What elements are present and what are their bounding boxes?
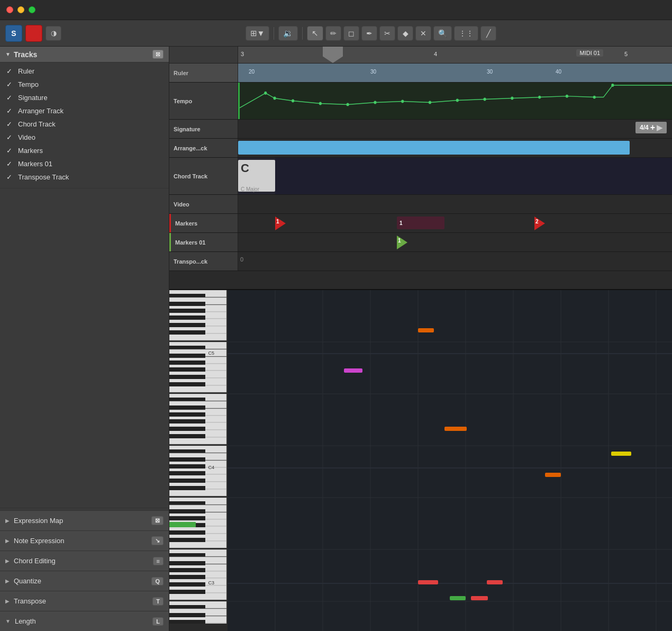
ruler-num-20: 20 xyxy=(249,69,255,75)
expression-map-section[interactable]: ▶ Expression Map ⊠ xyxy=(0,510,169,530)
transpose-track-label: Transpo...ck xyxy=(169,252,238,271)
piano-keys: C5 C4 C3 xyxy=(169,290,228,631)
ruler-num-30b: 30 xyxy=(487,69,493,75)
piano-keys-svg: C5 C4 C3 xyxy=(169,290,228,624)
snap-button[interactable]: ⊞▼ xyxy=(246,26,270,41)
quantize-label: Quantize xyxy=(14,577,41,585)
glue-tool[interactable]: ◆ xyxy=(397,26,413,41)
ruler-track-row: Ruler 20 30 30 40 xyxy=(169,64,672,83)
note-11[interactable] xyxy=(487,580,503,584)
close-button[interactable] xyxy=(6,6,13,13)
pen-tool[interactable]: ✒ xyxy=(361,26,377,41)
svg-rect-28 xyxy=(169,290,228,624)
chord-track-row: Chord Track C C Major xyxy=(169,158,672,195)
transpose-track-row: Transpo...ck 0 xyxy=(169,252,672,271)
markers01-track-label: Markers 01 xyxy=(169,233,238,251)
maximize-button[interactable] xyxy=(29,6,35,13)
toolbar: S ◑ ⊞▼ 🔉 ↖ ✏ ◻ ✒ ✂ ◆ ✕ 🔍 ⋮⋮ ╱ xyxy=(0,20,672,47)
check-markers: ✓ xyxy=(6,147,14,155)
ruler-mark-3: 3 xyxy=(241,51,244,57)
c5-label: C5 xyxy=(208,350,214,356)
signature-badge: 4/4 + ▶ xyxy=(635,122,667,133)
transpose-section[interactable]: ▶ Transpose T xyxy=(0,591,169,611)
note-2[interactable] xyxy=(344,368,362,373)
signature-track-label: Signature xyxy=(169,120,238,138)
marker-block-1[interactable]: 1 xyxy=(397,217,444,229)
track-item-ruler[interactable]: ✓ Ruler xyxy=(0,65,169,78)
history-button[interactable]: ◑ xyxy=(46,26,61,41)
transpose-label: Transpose xyxy=(14,597,46,605)
track-item-tempo[interactable]: ✓ Tempo xyxy=(0,78,169,91)
note-4[interactable] xyxy=(611,452,631,456)
note-5[interactable] xyxy=(545,473,561,477)
c3-label: C3 xyxy=(208,580,214,585)
ruler-mark-5: 5 xyxy=(624,51,628,57)
tempo-track-row: Tempo xyxy=(169,83,672,120)
track-arrangement-area: 3 4 5 MIDI 01 Ruler 20 30 30 40 xyxy=(169,47,672,290)
roll-grid-svg xyxy=(228,290,672,631)
markers01-track-row: Markers 01 1 xyxy=(169,233,672,252)
video-track-label: Video xyxy=(169,195,238,213)
eraser-tool[interactable]: ◻ xyxy=(343,26,359,41)
ruler-track-label: Ruler xyxy=(169,64,238,82)
check-ruler: ✓ xyxy=(6,67,14,75)
speaker-button[interactable]: 🔉 xyxy=(278,26,298,41)
transpose-arrow: ▶ xyxy=(5,598,10,604)
check-tempo: ✓ xyxy=(6,80,14,88)
note-expression-arrow: ▶ xyxy=(5,538,10,544)
svg-point-5 xyxy=(374,101,376,104)
signature-plus: + xyxy=(650,123,655,132)
chord-track-content: C C Major xyxy=(238,158,672,194)
note-1[interactable] xyxy=(418,328,434,332)
video-track-content xyxy=(238,195,672,213)
s-button[interactable]: S xyxy=(5,25,22,42)
signature-arrow: ▶ xyxy=(657,123,662,132)
line-tool[interactable]: ╱ xyxy=(480,26,496,41)
minimize-button[interactable] xyxy=(17,6,24,13)
track-item-chord[interactable]: ✓ Chord Track xyxy=(0,118,169,131)
track-rows-container: Ruler 20 30 30 40 Tempo xyxy=(169,64,672,289)
svg-point-2 xyxy=(292,100,294,103)
cursor-tool[interactable]: ↖ xyxy=(307,26,323,41)
track-item-transpose[interactable]: ✓ Transpose Track xyxy=(0,170,169,184)
titlebar xyxy=(0,0,672,20)
track-list: ✓ Ruler ✓ Tempo ✓ Signature ✓ Arranger T… xyxy=(0,62,169,186)
track-item-arranger[interactable]: ✓ Arranger Track xyxy=(0,104,169,118)
tracks-badge: ⊠ xyxy=(152,50,164,59)
arranger-block[interactable] xyxy=(238,141,630,155)
pencil-tool[interactable]: ✏ xyxy=(325,26,341,41)
tempo-track-content xyxy=(238,83,672,119)
playhead[interactable] xyxy=(323,47,343,63)
roll-content[interactable] xyxy=(228,290,672,631)
quantize-section[interactable]: ▶ Quantize Q xyxy=(0,571,169,591)
arranger-track-content xyxy=(238,139,672,157)
midi-label: MIDI 01 xyxy=(576,49,603,57)
track-item-signature[interactable]: ✓ Signature xyxy=(0,91,169,104)
length-label: Length xyxy=(15,617,36,625)
chord-editing-section[interactable]: ▶ Chord Editing ≡ xyxy=(0,551,169,571)
note-3[interactable] xyxy=(444,427,467,431)
scissors-tool[interactable]: ✂ xyxy=(379,26,395,41)
track-item-markers[interactable]: ✓ Markers xyxy=(0,144,169,157)
video-track-row: Video xyxy=(169,195,672,214)
length-section[interactable]: ▼ Length L xyxy=(0,611,169,631)
record-icon xyxy=(28,28,40,39)
track-item-markers01[interactable]: ✓ Markers 01 xyxy=(0,157,169,170)
split-tool[interactable]: ⋮⋮ xyxy=(454,26,478,41)
note-8[interactable] xyxy=(418,580,438,584)
record-button[interactable] xyxy=(25,25,42,42)
chord-dark-region xyxy=(275,158,672,194)
tracks-collapse-icon: ▼ xyxy=(5,51,11,57)
note-10[interactable] xyxy=(471,596,488,600)
track-item-video[interactable]: ✓ Video xyxy=(0,131,169,144)
zoom-tool[interactable]: 🔍 xyxy=(433,26,452,41)
chord-editing-label: Chord Editing xyxy=(14,557,56,565)
svg-point-9 xyxy=(484,98,486,101)
note-9[interactable] xyxy=(450,596,466,600)
mute-tool[interactable]: ✕ xyxy=(415,26,431,41)
note-expression-section[interactable]: ▶ Note Expression ↘ xyxy=(0,530,169,551)
svg-point-3 xyxy=(319,102,322,105)
timeline-ruler: 3 4 5 MIDI 01 xyxy=(238,47,672,63)
left-panel: ▼ Tracks ⊠ ✓ Ruler ✓ Tempo ✓ Signature ✓… xyxy=(0,47,169,631)
tracks-section-header[interactable]: ▼ Tracks ⊠ xyxy=(0,47,169,62)
